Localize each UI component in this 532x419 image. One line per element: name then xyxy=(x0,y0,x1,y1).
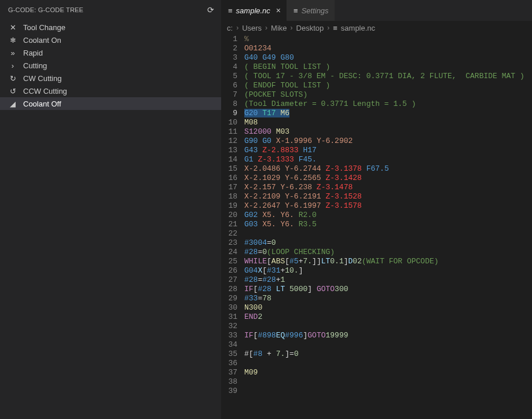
code-line[interactable] xyxy=(244,340,532,350)
line-number: 23 xyxy=(221,238,237,248)
line-number: 22 xyxy=(221,229,237,238)
code-line[interactable]: #[#8 + 7.]=0 xyxy=(244,350,532,359)
code-line[interactable]: X-2.157 Y-6.238 Z-3.1478 xyxy=(244,183,532,192)
tree-item-label: CCW Cutting xyxy=(23,87,67,95)
line-number: 24 xyxy=(221,248,237,257)
code-line[interactable]: G04X[#31+10.] xyxy=(244,266,532,275)
tree-item-ccw-cutting[interactable]: ↺CCW Cutting xyxy=(0,84,221,97)
chevron-right-icon: › xyxy=(326,24,331,32)
tree-item-cw-cutting[interactable]: ↻CW Cutting xyxy=(0,72,221,84)
code-content[interactable]: %O01234G40 G49 G80( BEGIN TOOL LIST )( T… xyxy=(244,35,532,419)
tree-item-cutting[interactable]: ›Cutting xyxy=(0,59,221,72)
line-number: 19 xyxy=(221,201,237,211)
tab-bar: ≡sample.nc×≡Settings xyxy=(221,0,532,21)
line-number: 31 xyxy=(221,313,237,322)
code-line[interactable]: % xyxy=(244,35,532,44)
tree-item-rapid[interactable]: »Rapid xyxy=(0,46,221,59)
code-line[interactable]: N300 xyxy=(244,303,532,313)
code-line[interactable]: G40 G49 G80 xyxy=(244,53,532,63)
breadcrumb-segment[interactable]: c: xyxy=(227,24,233,32)
breadcrumb-segment[interactable]: Desktop xyxy=(296,24,324,32)
line-number: 5 xyxy=(221,72,237,81)
line-number: 17 xyxy=(221,183,237,192)
code-line[interactable]: ( BEGIN TOOL LIST ) xyxy=(244,63,532,72)
line-number: 25 xyxy=(221,257,237,266)
gcode-tree: ✕Tool Change❄Coolant On»Rapid›Cutting↻CW… xyxy=(0,20,221,419)
code-line[interactable]: ( TOOL 17 - 3/8 EM - DESC: 0.3771 DIA, 2… xyxy=(244,72,532,81)
line-number: 12 xyxy=(221,137,237,146)
line-number: 1 xyxy=(221,35,237,44)
code-line[interactable]: G03 X5. Y6. R3.5 xyxy=(244,220,532,229)
tree-item-label: CW Cutting xyxy=(23,74,61,83)
tree-item-label: Coolant Off xyxy=(23,100,61,108)
code-line[interactable]: #28=#28+1 xyxy=(244,275,532,285)
line-number: 29 xyxy=(221,294,237,303)
tab-label: Settings xyxy=(302,6,329,15)
code-line[interactable] xyxy=(244,322,532,331)
code-line[interactable]: G43 Z-2.8833 H17 xyxy=(244,146,532,155)
tab-sample-nc[interactable]: ≡sample.nc× xyxy=(221,0,287,21)
line-number: 6 xyxy=(221,81,237,90)
code-line[interactable]: G1 Z-3.1333 F45. xyxy=(244,155,532,164)
code-line[interactable]: G90 G0 X-1.9996 Y-6.2902 xyxy=(244,137,532,146)
code-line[interactable]: M09 xyxy=(244,368,532,377)
code-line[interactable]: X-2.2647 Y-6.1997 Z-3.1578 xyxy=(244,201,532,211)
code-line[interactable] xyxy=(244,377,532,387)
line-number: 4 xyxy=(221,63,237,72)
tab-label: sample.nc xyxy=(236,6,270,15)
code-line[interactable]: ( ENDOF TOOL LIST ) xyxy=(244,81,532,90)
line-number: 38 xyxy=(221,377,237,387)
tree-item-label: Cutting xyxy=(23,61,47,70)
code-line[interactable] xyxy=(244,229,532,238)
breadcrumb-file[interactable]: sample.nc xyxy=(341,24,375,32)
line-number: 15 xyxy=(221,164,237,174)
line-number: 21 xyxy=(221,220,237,229)
code-line[interactable]: X-2.1029 Y-6.2565 Z-3.1428 xyxy=(244,174,532,183)
line-number: 20 xyxy=(221,211,237,220)
breadcrumb-segment[interactable]: Mike xyxy=(271,24,287,32)
code-line[interactable]: M08 xyxy=(244,118,532,127)
line-number: 30 xyxy=(221,303,237,313)
code-line[interactable]: X-2.0486 Y-6.2744 Z-3.1378 F67.5 xyxy=(244,164,532,174)
code-line[interactable]: WHILE[ABS[#5+7.]]LT0.1]D02(WAIT FOR OPCO… xyxy=(244,257,532,266)
chevron-right-icon: › xyxy=(264,24,269,32)
tree-item-coolant-on[interactable]: ❄Coolant On xyxy=(0,34,221,46)
tab-settings[interactable]: ≡Settings xyxy=(287,0,335,21)
code-line[interactable]: IF[#28 LT 5000] GOTO300 xyxy=(244,285,532,294)
line-number: 2 xyxy=(221,44,237,53)
code-area: 1234567891011121314151617181920212223242… xyxy=(221,35,532,419)
code-line[interactable]: G02 X5. Y6. R2.0 xyxy=(244,211,532,220)
code-line[interactable]: #28=0(LOOP CHECKING) xyxy=(244,248,532,257)
tree-item-icon: › xyxy=(8,61,17,70)
code-line[interactable]: #3004=0 xyxy=(244,238,532,248)
line-gutter: 1234567891011121314151617181920212223242… xyxy=(221,35,244,419)
code-line[interactable]: END2 xyxy=(244,313,532,322)
line-number: 32 xyxy=(221,322,237,331)
tree-item-label: Rapid xyxy=(23,49,43,57)
line-number: 36 xyxy=(221,359,237,368)
code-line[interactable]: (POCKET SLOTS) xyxy=(244,90,532,100)
code-line[interactable] xyxy=(244,387,532,396)
code-line[interactable]: X-2.2109 Y-6.2191 Z-3.1528 xyxy=(244,192,532,201)
line-number: 8 xyxy=(221,100,237,109)
code-line[interactable]: (Tool Diameter = 0.3771 Length = 1.5 ) xyxy=(244,100,532,109)
line-number: 16 xyxy=(221,174,237,183)
code-line[interactable]: #33=78 xyxy=(244,294,532,303)
tree-item-icon: ◢ xyxy=(8,100,17,108)
breadcrumb[interactable]: c:›Users›Mike›Desktop›≡sample.nc xyxy=(221,21,532,35)
tree-item-coolant-off[interactable]: ◢Coolant Off xyxy=(0,97,221,110)
close-icon[interactable]: × xyxy=(274,6,281,15)
breadcrumb-segment[interactable]: Users xyxy=(242,24,262,32)
refresh-icon[interactable]: ⟳ xyxy=(207,5,214,14)
code-line[interactable]: IF[#898EQ#996]GOTO19999 xyxy=(244,331,532,340)
tree-item-icon: ✕ xyxy=(8,23,17,32)
line-number: 34 xyxy=(221,340,237,350)
code-line[interactable] xyxy=(244,359,532,368)
code-line[interactable]: O01234 xyxy=(244,44,532,53)
line-number: 37 xyxy=(221,368,237,377)
code-line[interactable]: S12000 M03 xyxy=(244,127,532,137)
tree-item-tool-change[interactable]: ✕Tool Change xyxy=(0,21,221,34)
code-line[interactable]: G20 T17 M6 xyxy=(244,109,532,118)
line-number: 13 xyxy=(221,146,237,155)
chevron-right-icon: › xyxy=(289,24,294,32)
